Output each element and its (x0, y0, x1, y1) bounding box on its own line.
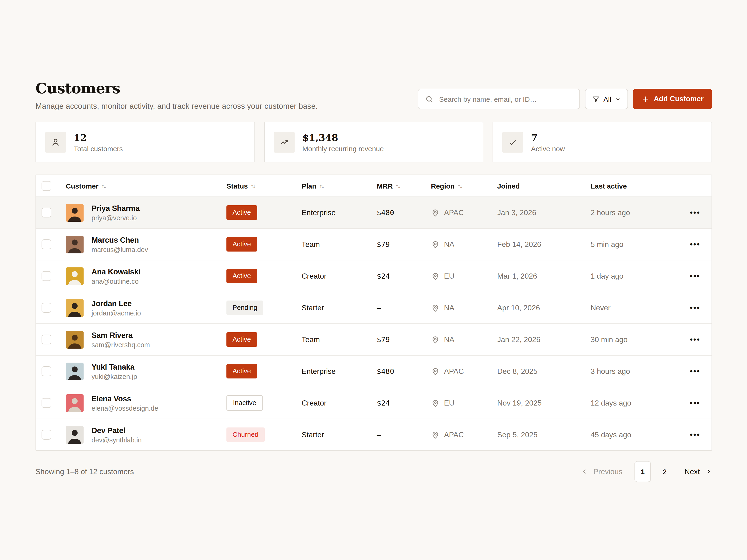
stat-card: 7Active now (493, 122, 712, 162)
stat-label: Monthly recurring revenue (302, 144, 384, 152)
stats-row: 12Total customers$1,348Monthly recurring… (35, 122, 712, 162)
plan-cell: Team (302, 240, 377, 248)
row-checkbox-cell (36, 366, 66, 376)
column-header-label: Customer (66, 182, 99, 190)
status-cell: Active (227, 237, 302, 251)
mrr-cell: $79 (377, 240, 431, 248)
customer-email: ana@outline.co (92, 277, 140, 285)
status-cell: Active (227, 332, 302, 347)
add-customer-button[interactable]: Add Customer (633, 89, 712, 109)
row-checkbox[interactable] (42, 398, 51, 408)
row-actions-button[interactable]: ••• (689, 333, 701, 346)
chevron-left-icon (581, 468, 588, 475)
search-input[interactable] (438, 95, 573, 103)
table-row[interactable]: Sam Riverasam@rivershq.comActiveTeam$79N… (36, 323, 712, 355)
column-header-joined: Joined (497, 182, 591, 190)
row-actions-button[interactable]: ••• (689, 428, 701, 441)
stat-value: 7 (531, 132, 565, 143)
row-actions-button[interactable]: ••• (689, 365, 701, 378)
sort-icon: ↑↓ (458, 182, 462, 189)
region-cell: APAC (431, 208, 497, 217)
row-actions-button[interactable]: ••• (689, 206, 701, 219)
status-cell: Active (227, 269, 302, 283)
previous-label: Previous (593, 468, 623, 476)
region-cell: NA (431, 335, 497, 344)
row-actions-button[interactable]: ••• (689, 396, 701, 409)
customer-name: Sam Rivera (92, 331, 150, 340)
table-footer: Showing 1–8 of 12 customers Previous 12 … (35, 461, 712, 482)
row-checkbox-cell (36, 208, 66, 217)
joined-cell: Feb 14, 2026 (497, 240, 591, 248)
row-menu-cell: ••• (686, 428, 712, 441)
row-checkbox-cell (36, 398, 66, 408)
check-icon (503, 132, 523, 152)
stat-text: 7Active now (531, 132, 565, 152)
plan-cell: Starter (302, 430, 377, 439)
row-checkbox[interactable] (42, 208, 51, 217)
previous-page-button[interactable]: Previous (581, 468, 623, 476)
table-row[interactable]: Priya Sharmapriya@verve.ioActiveEnterpri… (36, 196, 712, 228)
customer-cell: Ana Kowalskiana@outline.co (66, 267, 227, 285)
status-badge: Inactive (227, 395, 263, 411)
row-checkbox[interactable] (42, 430, 51, 439)
region-label: NA (444, 303, 454, 312)
row-actions-button[interactable]: ••• (689, 238, 701, 251)
column-header-plan[interactable]: Plan↑↓ (302, 182, 377, 190)
row-actions-button[interactable]: ••• (689, 301, 701, 314)
column-header-region[interactable]: Region↑↓ (431, 182, 497, 190)
row-checkbox[interactable] (42, 303, 51, 313)
next-label: Next (685, 468, 700, 476)
last-active-cell: 5 min ago (591, 240, 686, 248)
customer-email: marcus@luma.dev (92, 246, 148, 253)
last-active-cell: 2 hours ago (591, 208, 686, 217)
sort-icon: ↑↓ (395, 182, 400, 189)
region-label: NA (444, 240, 454, 248)
search-icon (424, 95, 434, 103)
plus-icon (642, 95, 649, 103)
map-pin-icon (431, 399, 440, 407)
region-label: APAC (444, 208, 464, 217)
column-header-mrr[interactable]: MRR↑↓ (377, 182, 431, 190)
column-header-status[interactable]: Status↑↓ (227, 182, 302, 190)
row-checkbox[interactable] (42, 239, 51, 249)
last-active-cell: 3 hours ago (591, 367, 686, 375)
table-row[interactable]: Marcus Chenmarcus@luma.devActiveTeam$79N… (36, 228, 712, 260)
table-row[interactable]: Dev Pateldev@synthlab.inChurnedStarter–A… (36, 419, 712, 450)
joined-cell: Sep 5, 2025 (497, 430, 591, 439)
row-checkbox-cell (36, 239, 66, 249)
search-box[interactable] (418, 89, 579, 109)
customer-cell: Marcus Chenmarcus@luma.dev (66, 235, 227, 253)
customer-identity: Jordan Leejordan@acme.io (92, 299, 141, 317)
stat-label: Active now (531, 144, 565, 152)
customer-email: priya@verve.io (92, 214, 139, 221)
table-row[interactable]: Elena Vosselena@vossdesign.deInactiveCre… (36, 387, 712, 419)
customer-identity: Yuki Tanakayuki@kaizen.jp (92, 363, 137, 380)
table-row[interactable]: Jordan Leejordan@acme.ioPendingStarter–N… (36, 292, 712, 323)
row-checkbox[interactable] (42, 335, 51, 344)
row-actions-button[interactable]: ••• (689, 269, 701, 283)
plan-cell: Enterprise (302, 208, 377, 217)
customer-name: Yuki Tanaka (92, 363, 137, 371)
stat-value: 12 (74, 132, 123, 143)
page-number-1[interactable]: 1 (635, 461, 651, 482)
column-header-label: Region (431, 182, 455, 190)
table-row[interactable]: Ana Kowalskiana@outline.coActiveCreator$… (36, 260, 712, 292)
filter-icon (592, 95, 600, 103)
status-badge: Churned (227, 427, 264, 442)
mrr-cell: – (377, 430, 431, 439)
avatar (66, 235, 83, 253)
next-page-button[interactable]: Next (685, 468, 712, 476)
filter-button[interactable]: All (585, 89, 628, 109)
row-checkbox[interactable] (42, 366, 51, 376)
column-header-customer[interactable]: Customer↑↓ (66, 182, 227, 190)
select-all-checkbox[interactable] (42, 181, 51, 191)
row-checkbox[interactable] (42, 271, 51, 281)
joined-cell: Jan 22, 2026 (497, 335, 591, 344)
page-number-2[interactable]: 2 (657, 461, 672, 482)
avatar (66, 363, 83, 380)
table-row[interactable]: Yuki Tanakayuki@kaizen.jpActiveEnterpris… (36, 355, 712, 387)
customer-name: Elena Voss (92, 394, 158, 403)
row-menu-cell: ••• (686, 301, 712, 314)
joined-cell: Jan 3, 2026 (497, 208, 591, 217)
row-checkbox-cell (36, 271, 66, 281)
